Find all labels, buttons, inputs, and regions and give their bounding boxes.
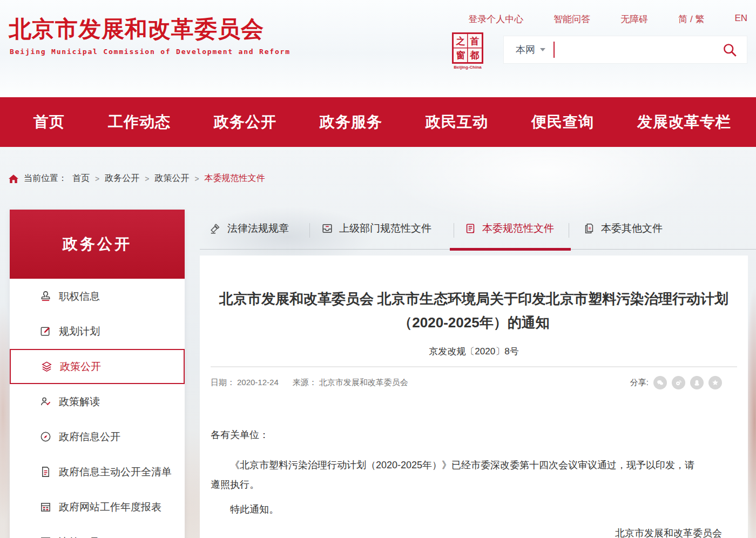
- signature: 北京市发展和改革委员会: [200, 527, 722, 538]
- sidebar-item-proactive-disclosure-list[interactable]: 政府信息主动公开全清单: [10, 454, 185, 489]
- sidebar-item-label: 政策公开: [60, 360, 101, 374]
- seal-char: 首: [468, 34, 482, 48]
- source-value: 北京市发展和改革委员会: [319, 378, 408, 387]
- breadcrumb-home[interactable]: 首页: [72, 173, 90, 184]
- sidebar-item-policy-disclosure[interactable]: 政策公开: [10, 349, 185, 384]
- source-label: 来源：: [293, 378, 317, 387]
- active-tab-underline: [450, 248, 571, 251]
- article-card: 北京市发展和改革委员会 北京市生态环境局关于印发北京市塑料污染治理行动计划（20…: [200, 255, 748, 538]
- nav-item-public-interaction[interactable]: 政民互动: [426, 112, 488, 132]
- seal-char: 之: [454, 34, 468, 48]
- tab-label: 本委规范性文件: [482, 221, 554, 236]
- sidebar-item-label: 规划计划: [59, 325, 100, 339]
- document-type-tabs: 法律法规规章 上级部门规范性文件 本委规范性文件 本委其他文件: [200, 216, 756, 250]
- date-label: 日期：: [211, 378, 235, 387]
- article-body: 各有关单位： 《北京市塑料污染治理行动计划（2020-2025年）》已经市委深改…: [211, 425, 699, 519]
- search-icon: [723, 43, 737, 57]
- tab-laws-regulations[interactable]: 法律法规规章: [210, 221, 289, 236]
- main-nav: 首页 工作动态 政务公开 政务服务 政民互动 便民查询 发展改革专栏: [0, 97, 756, 147]
- sidebar-item-website-annual-report[interactable]: 政府网站工作年度报表: [10, 489, 185, 524]
- sidebar: 政务公开 职权信息 规划计划 政策公开 政策解读: [10, 210, 185, 538]
- qq-icon[interactable]: [690, 376, 704, 389]
- stamp-icon: [39, 290, 52, 302]
- share-bar: 分享:: [630, 376, 737, 389]
- article-title: 北京市发展和改革委员会 北京市生态环境局关于印发北京市塑料污染治理行动计划（20…: [218, 287, 731, 334]
- plan-edit-icon: [39, 325, 52, 338]
- wechat-icon[interactable]: [653, 376, 667, 389]
- breadcrumb-separator: >: [145, 174, 149, 183]
- sidebar-item-authority-info[interactable]: 职权信息: [10, 279, 185, 314]
- catalog-icon: [39, 536, 52, 538]
- divider: [211, 366, 737, 367]
- tab-committee-other-docs[interactable]: 本委其他文件: [583, 221, 663, 236]
- accessibility-link[interactable]: 无障碍: [620, 13, 648, 25]
- article-meta: 日期：2020-12-24来源：北京市发展和改革委员会 分享:: [211, 376, 737, 389]
- search-scope-dropdown[interactable]: 本网: [516, 43, 545, 56]
- breadcrumb-current-page: 本委规范性文件: [205, 173, 265, 184]
- sidebar-item-label: 政府网站工作年度报表: [59, 500, 161, 514]
- tab-divider: [309, 223, 310, 238]
- breadcrumb-separator: >: [95, 174, 99, 183]
- page: 北京市发展和改革委员会 Beijing Municipal Commission…: [0, 0, 756, 538]
- capital-window-seal-logo[interactable]: 之 首 窗 都 Beijing-China: [451, 32, 484, 70]
- sidebar-item-gov-info-disclosure[interactable]: 政府信息公开: [10, 419, 185, 454]
- english-link[interactable]: EN: [734, 13, 747, 25]
- sidebar-item-label: 政府信息主动公开全清单: [59, 465, 172, 479]
- sidebar-title: 政务公开: [10, 210, 185, 279]
- tab-label: 本委其他文件: [601, 221, 663, 236]
- tab-divider: [569, 223, 569, 238]
- breadcrumb-gov-disclosure[interactable]: 政务公开: [105, 173, 139, 184]
- sidebar-item-decision-catalog[interactable]: 决策目录: [10, 524, 185, 538]
- nav-item-home[interactable]: 首页: [33, 112, 65, 132]
- sidebar-item-label: 决策目录: [59, 535, 100, 538]
- breadcrumb-separator: >: [194, 174, 199, 183]
- date-value: 2020-12-24: [237, 378, 279, 387]
- site-subtitle: Beijing Municipal Commission of Developm…: [10, 48, 291, 56]
- nav-item-gov-services[interactable]: 政务服务: [320, 112, 382, 132]
- star-icon[interactable]: [708, 376, 722, 389]
- nav-item-gov-disclosure[interactable]: 政务公开: [214, 112, 276, 132]
- nav-item-convenience-query[interactable]: 便民查询: [531, 112, 594, 132]
- site-header: 北京市发展和改革委员会 Beijing Municipal Commission…: [0, 0, 756, 97]
- sidebar-item-label: 政府信息公开: [59, 430, 120, 444]
- breadcrumb-prefix: 当前位置：: [24, 173, 67, 184]
- search-scope-label: 本网: [516, 43, 535, 56]
- search-bar: 本网: [503, 36, 747, 64]
- document-number: 京发改规〔2020〕8号: [200, 345, 748, 358]
- site-title: 北京市发展和改革委员会: [9, 14, 264, 44]
- tab-superior-normative-docs[interactable]: 上级部门规范性文件: [321, 221, 431, 236]
- nav-item-work-dynamics[interactable]: 工作动态: [108, 112, 171, 132]
- home-icon: [9, 174, 18, 183]
- sidebar-item-label: 政策解读: [59, 395, 100, 409]
- breadcrumb-policy-disclosure[interactable]: 政策公开: [154, 173, 189, 184]
- tab-label: 法律法规规章: [227, 221, 289, 236]
- salutation: 各有关单位：: [211, 425, 699, 445]
- login-personal-center-link[interactable]: 登录个人中心: [468, 13, 523, 25]
- weibo-icon[interactable]: [672, 376, 685, 389]
- person-check-icon: [39, 395, 52, 408]
- file-copy-icon: [583, 223, 595, 234]
- sidebar-item-label: 职权信息: [59, 290, 100, 304]
- tab-divider: [454, 223, 454, 238]
- sidebar-item-policy-interpretation[interactable]: 政策解读: [10, 384, 185, 419]
- search-input[interactable]: [555, 38, 723, 61]
- gavel-icon: [210, 223, 221, 234]
- inbox-doc-icon: [321, 223, 333, 234]
- utility-links: 登录个人中心 智能问答 无障碍 简 / 繁 EN: [468, 13, 747, 25]
- breadcrumb: 当前位置： 首页 > 政务公开 > 政策公开 > 本委规范性文件: [9, 173, 265, 184]
- share-label: 分享:: [630, 378, 649, 388]
- nav-item-reform-special[interactable]: 发展改革专栏: [637, 112, 731, 132]
- seal-char: 窗: [454, 48, 468, 62]
- search-button[interactable]: [723, 43, 737, 57]
- seal-char: 都: [468, 48, 482, 62]
- seal-icon: 之 首 窗 都: [452, 32, 483, 64]
- simplified-traditional-toggle[interactable]: 简 / 繁: [678, 13, 704, 25]
- date-source: 日期：2020-12-24来源：北京市发展和改革委员会: [211, 378, 410, 388]
- document-lines-icon: [464, 223, 476, 234]
- seal-caption: Beijing-China: [451, 65, 484, 70]
- tab-committee-normative-docs[interactable]: 本委规范性文件: [464, 221, 554, 236]
- compass-icon: [39, 431, 52, 443]
- tab-label: 上级部门规范性文件: [339, 221, 431, 236]
- smart-qa-link[interactable]: 智能问答: [554, 13, 590, 25]
- sidebar-item-planning[interactable]: 规划计划: [10, 314, 185, 349]
